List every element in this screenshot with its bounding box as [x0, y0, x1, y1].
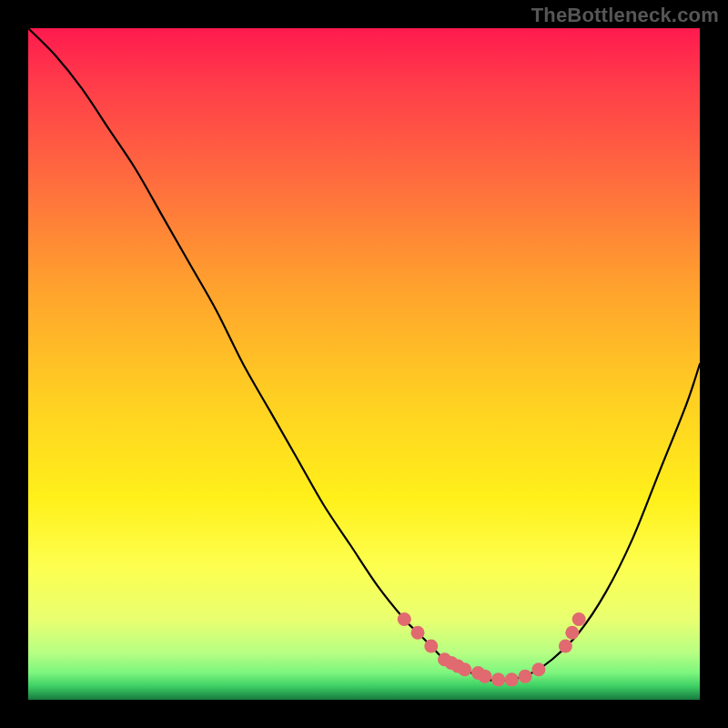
plot-area — [28, 28, 700, 700]
highlight-dot — [531, 662, 545, 676]
watermark-text: TheBottleneck.com — [531, 4, 719, 27]
highlight-dot — [411, 626, 425, 640]
highlight-dot — [398, 612, 411, 626]
highlight-dot — [458, 662, 471, 676]
highlight-dot — [424, 639, 438, 652]
highlight-dot — [519, 670, 532, 683]
bottleneck-curve — [28, 28, 700, 680]
curve-layer — [28, 28, 700, 700]
highlight-dot — [491, 672, 505, 686]
highlight-dot — [478, 670, 491, 683]
highlight-dot — [572, 612, 586, 626]
highlight-dot — [559, 639, 572, 652]
highlight-dot — [565, 626, 579, 640]
highlight-dots — [398, 612, 586, 686]
chart-frame: TheBottleneck.com — [0, 0, 728, 728]
highlight-dot — [505, 672, 519, 686]
